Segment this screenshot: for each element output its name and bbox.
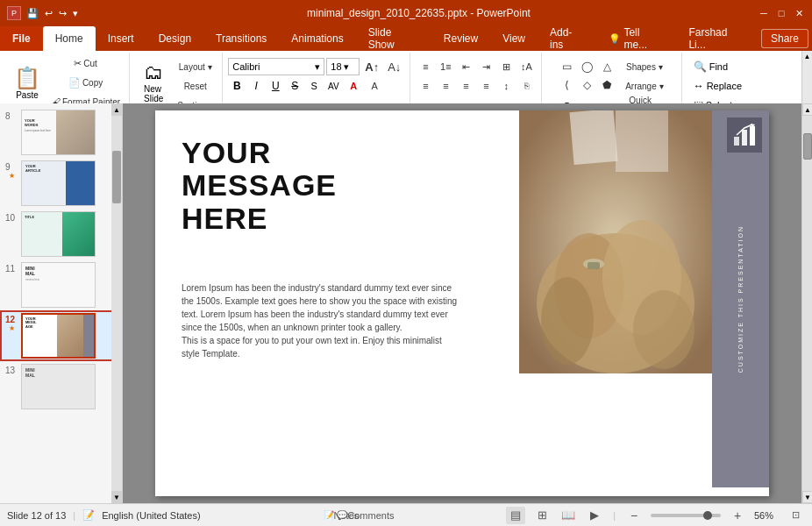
shadow-button[interactable]: S (305, 77, 323, 95)
bullets-button[interactable]: ≡ (416, 58, 435, 75)
tab-file[interactable]: File (0, 26, 43, 51)
justify-button[interactable]: ≡ (476, 77, 495, 95)
shape-item[interactable]: △ (597, 58, 616, 75)
comments-button[interactable]: 💬 Comments (356, 507, 375, 524)
shape-item[interactable]: ◇ (577, 76, 596, 94)
svg-rect-12 (742, 130, 747, 146)
cut-button[interactable]: ✂Cut (47, 54, 124, 72)
font-color-button[interactable]: A (344, 77, 363, 95)
tab-review[interactable]: Review (431, 26, 490, 51)
slide-body-text[interactable]: Lorem Ipsum has been the industry's stan… (182, 281, 462, 360)
canvas-scrollbar[interactable]: ▲ ▼ (801, 103, 812, 503)
numbering-button[interactable]: 1≡ (436, 58, 455, 75)
shape-item[interactable]: ▭ (557, 58, 576, 75)
strikethrough-button[interactable]: S (286, 77, 303, 95)
align-left-button[interactable]: ≡ (416, 77, 435, 95)
slide-show-button[interactable]: ▶ (585, 507, 604, 524)
slide-thumb-11[interactable]: 11 MINIMAL minimal text (0, 259, 122, 310)
slide-thumb-10[interactable]: 10 TITLE (0, 209, 122, 259)
shape-item[interactable]: ⟨ (557, 76, 576, 94)
slide-thumb-13[interactable]: 13 MINIMAL (0, 361, 122, 412)
increase-font-button[interactable]: A↑ (361, 58, 382, 75)
copy-button[interactable]: 📄Copy (47, 74, 124, 91)
panel-scroll-down[interactable]: ▼ (111, 491, 122, 503)
tab-insert[interactable]: Insert (96, 26, 146, 51)
zoom-out-button[interactable]: − (624, 507, 644, 524)
find-button[interactable]: 🔍Find (690, 58, 745, 75)
tab-tellme[interactable]: 💡 Tell me... (596, 26, 676, 51)
tab-share[interactable]: Share (761, 29, 808, 48)
slide-canvas[interactable]: YOUR MESSAGE HERE Lorem Ipsum has been t… (155, 110, 769, 496)
increase-indent-button[interactable]: ⇥ (476, 58, 495, 75)
decrease-indent-button[interactable]: ⇤ (456, 58, 475, 75)
slide-sorter-button[interactable]: ⊞ (532, 507, 552, 524)
undo-button[interactable]: ↩ (43, 7, 54, 20)
char-spacing-button[interactable]: AV (324, 77, 342, 95)
slide-heading[interactable]: YOUR MESSAGE HERE (182, 137, 337, 235)
replace-button[interactable]: ↔Replace (690, 77, 745, 95)
reset-button[interactable]: Reset (174, 77, 217, 95)
slide-num-8: 8 (5, 110, 18, 121)
shape-item[interactable]: ⬟ (597, 76, 616, 94)
hands-image (519, 110, 712, 373)
panel-scrollbar[interactable]: ▲ ▼ (111, 103, 122, 503)
tab-animations[interactable]: Animations (279, 26, 355, 51)
arrange-button[interactable]: Arrange ▾ (622, 77, 666, 95)
slide-thumb-9[interactable]: 9 ★ YOURARTICLE (0, 158, 122, 209)
maximize-button[interactable]: □ (775, 7, 787, 19)
font-name-dropdown[interactable]: Calibri ▾ (228, 58, 324, 75)
smart-art-button[interactable]: ⎘ (516, 77, 536, 95)
underline-button[interactable]: U (267, 77, 284, 95)
scroll-up-button[interactable]: ▲ (802, 103, 812, 116)
paste-button[interactable]: 📋 Paste (9, 54, 46, 110)
slide-thumb-12[interactable]: 12 ★ YOURMESS-AGE (0, 310, 122, 361)
minimize-button[interactable]: ─ (758, 7, 770, 19)
panel-scroll-up[interactable]: ▲ (111, 103, 122, 116)
tab-slideshow[interactable]: Slide Show (356, 26, 431, 51)
close-button[interactable]: ✕ (793, 7, 805, 19)
scroll-down-button[interactable]: ▼ (802, 491, 812, 503)
shapes-button[interactable]: Shapes ▾ (622, 58, 666, 75)
decrease-font-button[interactable]: A↓ (384, 58, 404, 75)
italic-button[interactable]: I (247, 77, 265, 95)
tab-addins[interactable]: Add-ins (538, 26, 596, 51)
fit-slide-button[interactable]: ⊡ (786, 507, 805, 524)
text-direction-button[interactable]: ↕A (516, 58, 536, 75)
text-highlight-button[interactable]: A (365, 77, 384, 95)
zoom-in-button[interactable]: + (728, 507, 747, 524)
accent-bar-text: CUSTOMIZE THIS PRESENTATION (737, 225, 744, 373)
tab-home[interactable]: Home (43, 26, 96, 51)
bold-button[interactable]: B (228, 77, 246, 95)
tab-transitions[interactable]: Transitions (203, 26, 279, 51)
tab-view[interactable]: View (490, 26, 538, 51)
reading-view-button[interactable]: 📖 (559, 507, 578, 524)
line-spacing-button[interactable]: ↕ (496, 77, 516, 95)
align-right-button[interactable]: ≡ (456, 77, 475, 95)
save-button[interactable]: 💾 (25, 7, 40, 20)
scroll-track[interactable] (802, 116, 812, 491)
new-slide-button[interactable]: 🗂 NewSlide (135, 54, 172, 110)
shape-item[interactable]: ◯ (577, 58, 596, 75)
svg-point-5 (541, 277, 594, 365)
redo-button[interactable]: ↪ (57, 7, 68, 20)
slide-num-10: 10 (5, 211, 18, 223)
columns-button[interactable]: ⊞ (496, 58, 516, 75)
ribbon-scroll-up[interactable]: ▲ (802, 53, 812, 60)
zoom-level: 56% (754, 510, 779, 521)
align-center-button[interactable]: ≡ (436, 77, 455, 95)
normal-view-button[interactable]: ▤ (506, 507, 525, 524)
layout-button[interactable]: Layout ▾ (174, 58, 217, 75)
panel-scroll-thumb[interactable] (112, 151, 121, 203)
tab-design[interactable]: Design (146, 26, 203, 51)
scroll-thumb[interactable] (803, 133, 812, 160)
tab-account[interactable]: Farshad Li... (676, 26, 758, 51)
font-size-dropdown[interactable]: 18 ▾ (326, 58, 360, 75)
zoom-slider[interactable] (651, 514, 721, 517)
customize-button[interactable]: ▾ (71, 7, 80, 20)
zoom-thumb[interactable] (703, 511, 712, 520)
slide-thumb-8[interactable]: 8 YOURWORDS Lorem ipsum text here (0, 107, 122, 158)
svg-rect-10 (616, 110, 668, 172)
status-left: Slide 12 of 13 | 📝 English (United State… (7, 509, 201, 521)
window-controls: ─ □ ✕ (758, 7, 805, 19)
slide-info: Slide 12 of 13 (7, 510, 66, 521)
